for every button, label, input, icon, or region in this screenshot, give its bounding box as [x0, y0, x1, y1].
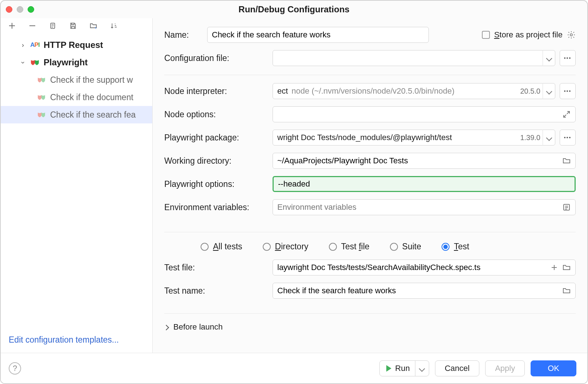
chevron-down-icon[interactable]: [543, 50, 555, 66]
help-button[interactable]: ?: [9, 362, 21, 375]
run-icon: [386, 365, 391, 372]
mask-icon: [36, 75, 47, 84]
playwright-package-combo[interactable]: wright Doc Tests/node_modules/@playwrigh…: [273, 130, 555, 146]
edit-templates-link[interactable]: Edit configuration templates...: [9, 335, 119, 344]
node-interpreter-browse-button[interactable]: [560, 83, 576, 99]
list-icon[interactable]: [562, 203, 571, 212]
test-scope-radio-group: All tests Directory Test file Suite Test: [164, 232, 576, 252]
folder-config-icon[interactable]: [89, 21, 98, 30]
node-options-text[interactable]: [277, 110, 562, 119]
radio-test[interactable]: Test: [442, 242, 469, 252]
api-icon: API: [30, 41, 40, 49]
folder-icon[interactable]: [562, 286, 571, 295]
name-row: Name: Store as project file: [164, 27, 576, 43]
test-name-label: Test name:: [164, 286, 266, 296]
chevron-down-icon[interactable]: [543, 130, 555, 146]
sort-config-icon[interactable]: [109, 21, 118, 30]
mask-icon: [36, 93, 47, 102]
node-options-label: Node options:: [164, 110, 266, 119]
playwright-options-label: Playwright options:: [164, 179, 266, 189]
expand-icon[interactable]: [562, 110, 571, 119]
workdir-row: Working directory:: [164, 153, 576, 169]
dialog-footer: ? Run Cancel Apply OK: [1, 353, 587, 383]
tree-item-check-search[interactable]: Check if the search fea: [1, 106, 152, 123]
test-file-text[interactable]: [277, 263, 550, 272]
chevron-right-icon: [164, 322, 168, 332]
workdir-input[interactable]: [273, 153, 576, 169]
radio-test-file[interactable]: Test file: [329, 242, 370, 252]
cancel-button[interactable]: Cancel: [435, 360, 479, 376]
test-file-input[interactable]: [273, 260, 576, 275]
playwright-package-label: Playwright package:: [164, 133, 266, 143]
node-interpreter-value: node (~/.nvm/versions/node/v20.5.0/bin/n…: [291, 86, 517, 96]
dialog-window: Run/Debug Configurations: [0, 0, 588, 384]
remove-config-icon[interactable]: [28, 21, 37, 30]
test-file-row: Test file:: [164, 260, 576, 275]
test-name-row: Test name:: [164, 283, 576, 299]
node-interpreter-prefix: ect: [277, 86, 291, 96]
folder-icon[interactable]: [562, 156, 571, 165]
test-name-input[interactable]: [273, 283, 576, 299]
playwright-package-row: Playwright package: wright Doc Tests/nod…: [164, 130, 576, 146]
run-button[interactable]: Run: [379, 360, 429, 376]
name-label: Name:: [164, 30, 201, 40]
radio-directory[interactable]: Directory: [263, 242, 309, 252]
name-input[interactable]: [207, 27, 429, 43]
run-dropdown[interactable]: [415, 361, 429, 376]
playwright-package-version: 1.39.0: [517, 134, 543, 142]
radio-suite[interactable]: Suite: [390, 242, 421, 252]
config-file-text[interactable]: [277, 53, 543, 63]
gear-icon[interactable]: [567, 30, 576, 39]
node-interpreter-combo[interactable]: ect node (~/.nvm/versions/node/v20.5.0/b…: [273, 83, 555, 99]
env-text[interactable]: [277, 203, 562, 212]
copy-config-icon[interactable]: [48, 21, 57, 30]
node-interpreter-label: Node interpreter:: [164, 86, 266, 96]
mask-icon: [36, 110, 47, 119]
name-input-text[interactable]: [212, 30, 424, 40]
env-row: Environment variables:: [164, 199, 576, 215]
save-config-icon[interactable]: [68, 21, 78, 30]
store-as-project-file[interactable]: Store as project file: [482, 30, 576, 40]
sidebar-toolbar: [1, 18, 152, 34]
node-options-row: Node options:: [164, 106, 576, 122]
dialog-body: › API HTTP Request › Playwright Check if…: [1, 18, 587, 353]
sidebar: › API HTTP Request › Playwright Check if…: [1, 18, 153, 353]
workdir-label: Working directory:: [164, 156, 266, 166]
node-interpreter-row: Node interpreter: ect node (~/.nvm/versi…: [164, 83, 576, 99]
mask-icon: [30, 58, 40, 67]
window-title: Run/Debug Configurations: [1, 4, 587, 15]
tree-item-http-request[interactable]: › API HTTP Request: [1, 36, 152, 54]
store-label: Store as project file: [494, 30, 563, 40]
svg-point-1: [570, 34, 572, 36]
ok-button[interactable]: OK: [531, 360, 576, 376]
tree-item-playwright[interactable]: › Playwright: [1, 54, 152, 71]
sidebar-footer: Edit configuration templates...: [1, 335, 152, 353]
config-file-input[interactable]: [273, 50, 555, 66]
chevron-down-icon[interactable]: [543, 83, 555, 99]
chevron-right-icon: ›: [20, 41, 26, 49]
add-config-icon[interactable]: [7, 21, 17, 30]
plus-icon[interactable]: [550, 263, 559, 272]
env-input[interactable]: [273, 199, 576, 215]
store-checkbox[interactable]: [482, 31, 490, 39]
node-options-input[interactable]: [273, 106, 576, 122]
playwright-options-input[interactable]: [273, 176, 576, 192]
radio-all-tests[interactable]: All tests: [201, 242, 242, 252]
tree-item-check-document[interactable]: Check if the document: [1, 89, 152, 106]
workdir-text[interactable]: [277, 156, 562, 166]
playwright-package-browse-button[interactable]: [560, 130, 576, 146]
before-launch-section[interactable]: Before launch: [164, 313, 576, 332]
playwright-options-text[interactable]: [278, 179, 570, 189]
tree-item-check-support[interactable]: Check if the support w: [1, 71, 152, 89]
env-label: Environment variables:: [164, 203, 266, 212]
run-label: Run: [395, 364, 410, 373]
title-bar: Run/Debug Configurations: [1, 1, 587, 18]
config-file-browse-button[interactable]: [560, 50, 576, 66]
config-tree: › API HTTP Request › Playwright Check if…: [1, 34, 152, 335]
playwright-options-row: Playwright options:: [164, 176, 576, 192]
before-launch-label: Before launch: [173, 322, 223, 332]
apply-button[interactable]: Apply: [485, 360, 525, 376]
folder-icon[interactable]: [562, 263, 571, 272]
test-name-text[interactable]: [277, 286, 562, 295]
node-interpreter-version: 20.5.0: [517, 87, 543, 95]
